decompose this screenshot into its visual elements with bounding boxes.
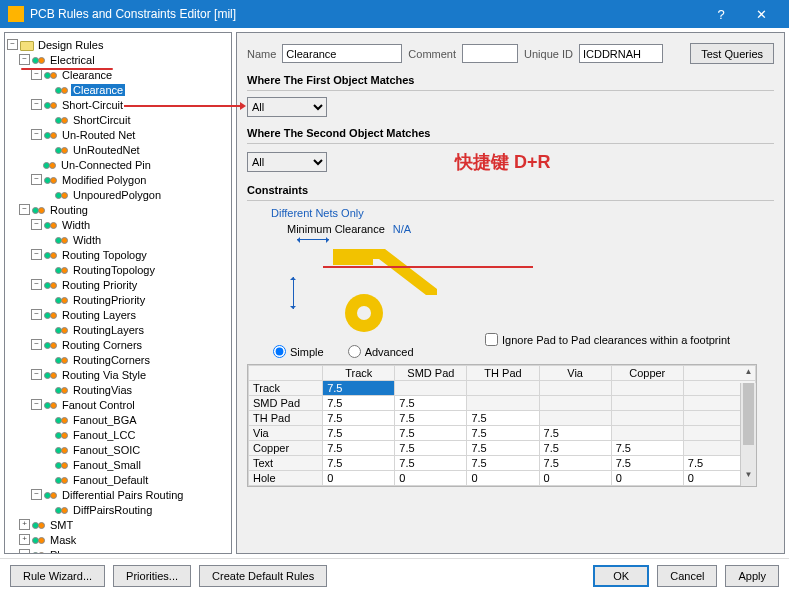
tree-rprio[interactable]: RoutingPriority <box>71 294 147 306</box>
expand-icon[interactable]: + <box>19 534 30 545</box>
matrix-cell[interactable]: 0 <box>467 471 539 486</box>
tree-short[interactable]: ShortCircuit <box>71 114 132 126</box>
tree-fanout-soic[interactable]: Fanout_SOIC <box>71 444 142 456</box>
tree-rprio-group[interactable]: Routing Priority <box>60 279 139 291</box>
matrix-cell[interactable] <box>611 411 683 426</box>
collapse-icon[interactable]: − <box>19 54 30 65</box>
tree-modpoly-group[interactable]: Modified Polygon <box>60 174 148 186</box>
tree-fanout-bga[interactable]: Fanout_BGA <box>71 414 139 426</box>
collapse-icon[interactable]: − <box>31 99 42 110</box>
tree-root[interactable]: Design Rules <box>36 39 105 51</box>
matrix-cell[interactable]: 7.5 <box>467 456 539 471</box>
collapse-icon[interactable]: − <box>31 219 42 230</box>
collapse-icon[interactable]: − <box>31 399 42 410</box>
matrix-cell[interactable]: 7.5 <box>539 441 611 456</box>
collapse-icon[interactable]: − <box>31 339 42 350</box>
tree-rlay[interactable]: RoutingLayers <box>71 324 146 336</box>
matrix-cell[interactable]: 0 <box>539 471 611 486</box>
test-queries-button[interactable]: Test Queries <box>690 43 774 64</box>
ignore-pad-checkbox[interactable] <box>485 333 498 346</box>
tree-clearance[interactable]: Clearance <box>71 84 125 96</box>
collapse-icon[interactable]: − <box>31 69 42 80</box>
tree-mask[interactable]: Mask <box>48 534 78 546</box>
close-button[interactable]: ✕ <box>741 7 781 22</box>
tree-rlay-group[interactable]: Routing Layers <box>60 309 138 321</box>
rules-tree[interactable]: −Design Rules −Electrical −Clearance Cle… <box>4 32 232 554</box>
matrix-cell[interactable] <box>611 381 683 396</box>
second-match-select[interactable]: All <box>247 152 327 172</box>
tree-width-group[interactable]: Width <box>60 219 92 231</box>
help-button[interactable]: ? <box>701 7 741 22</box>
matrix-cell[interactable]: 7.5 <box>395 411 467 426</box>
uid-input[interactable] <box>579 44 663 63</box>
priorities-button[interactable]: Priorities... <box>113 565 191 587</box>
tree-modpoly[interactable]: UnpouredPolygon <box>71 189 163 201</box>
vertical-scrollbar[interactable]: ▲ ▼ <box>740 383 756 486</box>
matrix-cell[interactable]: 7.5 <box>323 456 395 471</box>
matrix-cell[interactable]: 7.5 <box>467 441 539 456</box>
collapse-icon[interactable]: − <box>31 279 42 290</box>
tree-diffpair-group[interactable]: Differential Pairs Routing <box>60 489 185 501</box>
matrix-cell[interactable] <box>611 396 683 411</box>
matrix-cell[interactable]: 0 <box>323 471 395 486</box>
matrix-cell[interactable]: 7.5 <box>395 396 467 411</box>
clearance-matrix[interactable]: TrackSMD PadTH PadViaCopperTrack7.5SMD P… <box>247 364 757 487</box>
tree-rvia[interactable]: RoutingVias <box>71 384 134 396</box>
collapse-icon[interactable]: − <box>31 174 42 185</box>
matrix-cell[interactable]: 7.5 <box>395 456 467 471</box>
collapse-icon[interactable]: − <box>31 369 42 380</box>
matrix-cell[interactable]: 7.5 <box>323 396 395 411</box>
collapse-icon[interactable]: − <box>31 309 42 320</box>
collapse-icon[interactable]: − <box>31 129 42 140</box>
tree-rvia-group[interactable]: Routing Via Style <box>60 369 148 381</box>
tree-fanout-group[interactable]: Fanout Control <box>60 399 137 411</box>
mode-simple-radio[interactable]: Simple <box>273 345 324 358</box>
tree-short-group[interactable]: Short-Circuit <box>60 99 125 111</box>
matrix-cell[interactable]: 7.5 <box>611 456 683 471</box>
tree-smt[interactable]: SMT <box>48 519 75 531</box>
tree-plane[interactable]: Plane <box>48 549 80 555</box>
tree-rtopo-group[interactable]: Routing Topology <box>60 249 149 261</box>
tree-diffpair[interactable]: DiffPairsRouting <box>71 504 154 516</box>
matrix-cell[interactable]: 7.5 <box>395 441 467 456</box>
matrix-cell[interactable]: 7.5 <box>323 441 395 456</box>
matrix-cell[interactable]: 7.5 <box>323 426 395 441</box>
matrix-cell[interactable] <box>539 396 611 411</box>
tree-electrical[interactable]: Electrical <box>48 54 97 66</box>
tree-routing[interactable]: Routing <box>48 204 90 216</box>
collapse-icon[interactable]: − <box>31 249 42 260</box>
comment-input[interactable] <box>462 44 518 63</box>
matrix-cell[interactable] <box>467 396 539 411</box>
collapse-icon[interactable]: − <box>7 39 18 50</box>
create-default-rules-button[interactable]: Create Default Rules <box>199 565 327 587</box>
matrix-cell[interactable]: 7.5 <box>611 441 683 456</box>
matrix-cell[interactable]: 7.5 <box>467 411 539 426</box>
cancel-button[interactable]: Cancel <box>657 565 717 587</box>
apply-button[interactable]: Apply <box>725 565 779 587</box>
tree-fanout-lcc[interactable]: Fanout_LCC <box>71 429 137 441</box>
matrix-cell[interactable]: 7.5 <box>323 381 395 396</box>
first-match-select[interactable]: All <box>247 97 327 117</box>
collapse-icon[interactable]: − <box>19 204 30 215</box>
tree-rtopo[interactable]: RoutingTopology <box>71 264 157 276</box>
matrix-cell[interactable] <box>395 381 467 396</box>
tree-rcor-group[interactable]: Routing Corners <box>60 339 144 351</box>
matrix-cell[interactable] <box>467 381 539 396</box>
matrix-cell[interactable]: 7.5 <box>395 426 467 441</box>
matrix-cell[interactable]: 7.5 <box>539 426 611 441</box>
tree-fanout-default[interactable]: Fanout_Default <box>71 474 150 486</box>
tree-rcor[interactable]: RoutingCorners <box>71 354 152 366</box>
matrix-cell[interactable]: 0 <box>395 471 467 486</box>
mode-advanced-radio[interactable]: Advanced <box>348 345 414 358</box>
matrix-cell[interactable]: 7.5 <box>539 456 611 471</box>
tree-unrouted-group[interactable]: Un-Routed Net <box>60 129 137 141</box>
name-input[interactable] <box>282 44 402 63</box>
matrix-cell[interactable] <box>539 381 611 396</box>
tree-unconnpin[interactable]: Un-Connected Pin <box>59 159 153 171</box>
ok-button[interactable]: OK <box>593 565 649 587</box>
tree-width[interactable]: Width <box>71 234 103 246</box>
matrix-cell[interactable] <box>539 411 611 426</box>
tree-clearance-group[interactable]: Clearance <box>60 69 114 81</box>
matrix-cell[interactable]: 7.5 <box>467 426 539 441</box>
expand-icon[interactable]: + <box>19 519 30 530</box>
